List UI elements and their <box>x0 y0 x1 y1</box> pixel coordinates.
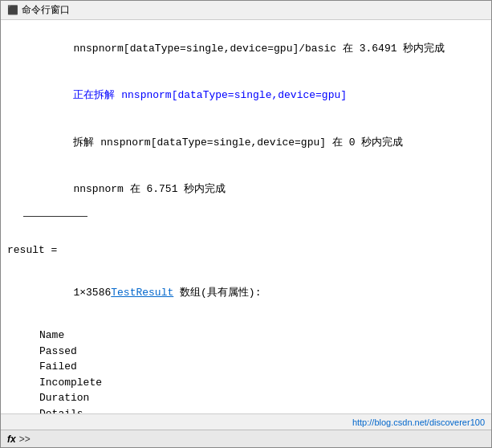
footer-bar: http://blog.csdn.net/discoverer100 <box>1 413 491 430</box>
output-line-1: nnspnorm[dataType=single,device=gpu]/bas… <box>7 25 485 72</box>
prop-incomplete: Incomplete <box>7 375 485 391</box>
blank-line-3 <box>7 259 485 270</box>
output-line-4: nnspnorm 在 6.751 秒内完成 <box>7 166 485 214</box>
prop-name: Name <box>7 328 485 344</box>
result-label: result = <box>7 242 485 259</box>
divider <box>23 216 87 217</box>
output-line-2: 正在拆解 nnspnorm[dataType=single,device=gpu… <box>7 72 485 120</box>
title-bar: ⬛ 命令行窗口 <box>1 1 491 20</box>
fx-icon: fx <box>7 434 16 445</box>
footer-url: http://blog.csdn.net/discoverer100 <box>352 417 485 427</box>
array-description: 1×3586TestResult 数组(具有属性): <box>7 270 485 317</box>
blank-line-4 <box>7 316 485 328</box>
output-line-3: 拆解 nnspnorm[dataType=single,device=gpu] … <box>7 119 485 166</box>
prompt-symbol: >> <box>19 434 30 445</box>
prop-details: Details <box>7 406 485 414</box>
prop-duration: Duration <box>7 390 485 406</box>
blank-line-2 <box>7 231 485 242</box>
blank-line-1 <box>7 220 485 231</box>
bottom-bar: fx >> <box>1 430 491 447</box>
prop-passed: Passed <box>7 344 485 360</box>
prop-failed: Failed <box>7 359 485 375</box>
console-output: nnspnorm[dataType=single,device=gpu]/bas… <box>7 25 485 413</box>
content-area[interactable]: nnspnorm[dataType=single,device=gpu]/bas… <box>1 20 491 413</box>
test-result-link[interactable]: TestResult <box>111 287 173 299</box>
window-title: 命令行窗口 <box>22 3 70 17</box>
window-icon: ⬛ <box>7 5 18 15</box>
command-window: ⬛ 命令行窗口 nnspnorm[dataType=single,device=… <box>0 0 492 448</box>
